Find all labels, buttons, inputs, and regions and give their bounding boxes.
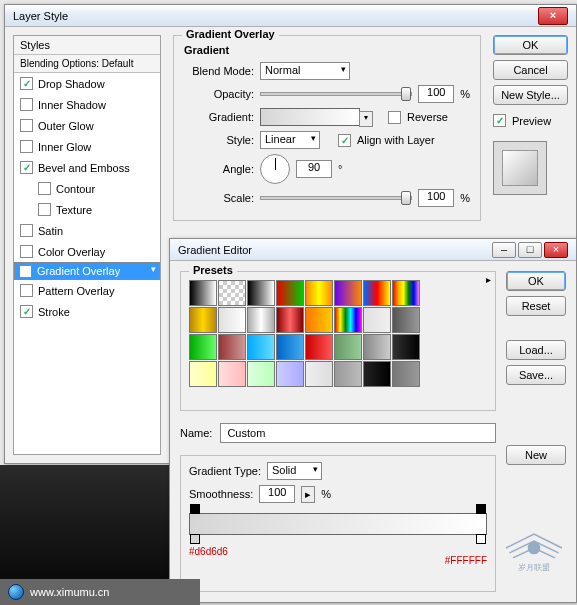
style-row-pattern-overlay[interactable]: Pattern Overlay [14,280,160,301]
preset-swatch[interactable] [276,280,304,306]
preset-swatch[interactable] [218,280,246,306]
style-row-satin[interactable]: Satin [14,220,160,241]
preset-swatch[interactable] [218,307,246,333]
preset-swatch[interactable] [276,307,304,333]
cancel-button[interactable]: Cancel [493,60,568,80]
style-checkbox[interactable] [20,77,33,90]
preset-swatch[interactable] [334,361,362,387]
style-row-contour[interactable]: Contour [14,178,160,199]
preset-swatch[interactable] [189,361,217,387]
preset-swatch[interactable] [218,334,246,360]
preset-swatch[interactable] [189,307,217,333]
layer-style-titlebar[interactable]: Layer Style × [5,5,576,27]
style-select[interactable]: Linear [260,131,320,149]
angle-dial[interactable] [260,154,290,184]
opacity-stop-right[interactable] [476,504,486,514]
scale-slider[interactable] [260,196,412,200]
preset-swatch[interactable] [363,361,391,387]
style-checkbox[interactable] [19,265,32,278]
preset-swatch[interactable] [247,280,275,306]
style-row-drop-shadow[interactable]: Drop Shadow [14,73,160,94]
preset-swatch[interactable] [247,334,275,360]
footer-bar: www.ximumu.cn [0,579,200,605]
footer-url[interactable]: www.ximumu.cn [30,586,109,598]
preset-swatch[interactable] [189,334,217,360]
gradient-bar[interactable] [189,513,487,535]
angle-input[interactable]: 90 [296,160,332,178]
preset-swatch[interactable] [189,280,217,306]
preset-swatch[interactable] [276,361,304,387]
style-row-texture[interactable]: Texture [14,199,160,220]
style-row-bevel-and-emboss[interactable]: Bevel and Emboss [14,157,160,178]
preset-swatch[interactable] [247,307,275,333]
preset-swatch[interactable] [392,307,420,333]
align-checkbox[interactable] [338,134,351,147]
maximize-icon[interactable]: □ [518,242,542,258]
style-checkbox[interactable] [20,224,33,237]
style-checkbox[interactable] [20,305,33,318]
smoothness-stepper[interactable]: ▸ [301,486,315,503]
opacity-stop-left[interactable] [190,504,200,514]
preset-swatch[interactable] [392,280,420,306]
style-row-gradient-overlay[interactable]: Gradient Overlay [14,262,160,280]
preset-swatch[interactable] [363,334,391,360]
reset-button[interactable]: Reset [506,296,566,316]
preset-swatch[interactable] [305,280,333,306]
style-row-outer-glow[interactable]: Outer Glow [14,115,160,136]
preset-swatch[interactable] [392,361,420,387]
preset-swatch[interactable] [392,334,420,360]
preset-swatch[interactable] [218,361,246,387]
color-stop-right[interactable] [476,534,486,544]
minimize-icon[interactable]: – [492,242,516,258]
style-checkbox[interactable] [20,161,33,174]
preset-swatch[interactable] [363,307,391,333]
style-checkbox[interactable] [20,119,33,132]
preview-checkbox[interactable] [493,114,506,127]
load-button[interactable]: Load... [506,340,566,360]
blend-mode-select[interactable]: Normal [260,62,350,80]
scale-input[interactable]: 100 [418,189,454,207]
style-row-stroke[interactable]: Stroke [14,301,160,322]
presets-menu-icon[interactable]: ▸ [486,274,491,285]
style-checkbox[interactable] [38,203,51,216]
style-label: Gradient Overlay [37,265,120,277]
save-button[interactable]: Save... [506,365,566,385]
style-checkbox[interactable] [20,98,33,111]
style-checkbox[interactable] [20,245,33,258]
close-icon[interactable]: × [544,242,568,258]
ok-button[interactable]: OK [493,35,568,55]
new-style-button[interactable]: New Style... [493,85,568,105]
name-input[interactable] [220,423,496,443]
preset-swatch[interactable] [305,307,333,333]
blending-options-row[interactable]: Blending Options: Default [14,55,160,73]
preset-swatch[interactable] [334,280,362,306]
opacity-input[interactable]: 100 [418,85,454,103]
style-row-inner-shadow[interactable]: Inner Shadow [14,94,160,115]
style-checkbox[interactable] [20,140,33,153]
color-stop-left[interactable] [190,534,200,544]
pct-label: % [460,88,470,100]
style-row-inner-glow[interactable]: Inner Glow [14,136,160,157]
preset-swatch[interactable] [247,361,275,387]
style-checkbox[interactable] [20,284,33,297]
preset-swatch[interactable] [305,334,333,360]
name-label: Name: [180,427,212,439]
style-row-color-overlay[interactable]: Color Overlay [14,241,160,262]
preset-swatch[interactable] [334,334,362,360]
gradient-preview[interactable] [260,108,360,126]
smoothness-input[interactable]: 100 [259,485,295,503]
style-checkbox[interactable] [38,182,51,195]
preset-swatch[interactable] [334,307,362,333]
gradient-editor-titlebar[interactable]: Gradient Editor – □ × [170,239,576,261]
gradient-type-select[interactable]: Solid [267,462,322,480]
new-button[interactable]: New [506,445,566,465]
styles-header[interactable]: Styles [14,36,160,55]
reverse-checkbox[interactable] [388,111,401,124]
preset-swatch[interactable] [305,361,333,387]
preset-swatch[interactable] [276,334,304,360]
globe-icon [8,584,24,600]
close-icon[interactable]: × [538,7,568,25]
ok-button[interactable]: OK [506,271,566,291]
preset-swatch[interactable] [363,280,391,306]
opacity-slider[interactable] [260,92,412,96]
